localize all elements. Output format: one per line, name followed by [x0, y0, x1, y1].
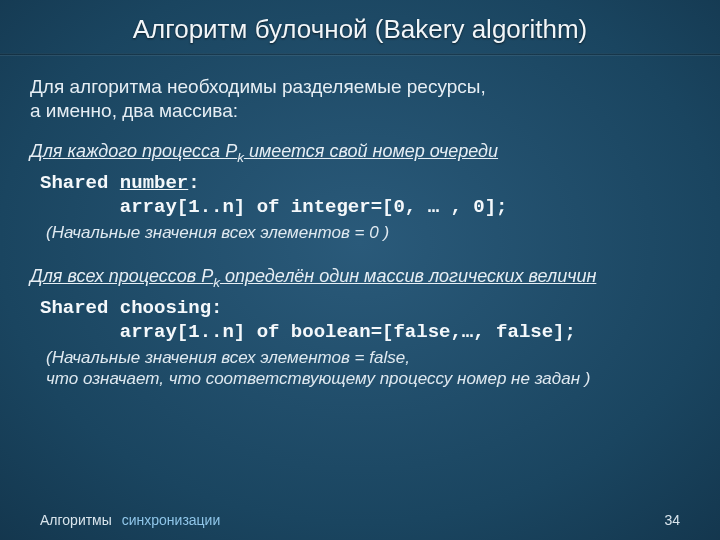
block2-code-line1: Shared choosing: — [40, 297, 222, 319]
footer: Алгоритмы синхронизации 34 — [40, 512, 680, 528]
block1-heading-suffix: имеется свой номер очереди — [244, 141, 498, 161]
block1-code: Shared number: array[1..n] of integer=[0… — [40, 172, 690, 220]
block2-heading-sub: k — [213, 274, 220, 289]
block1-note: (Начальные значения всех элементов = 0 ) — [46, 222, 690, 243]
title-bar: Алгоритм булочной (Bakery algorithm) — [0, 0, 720, 55]
block1-code-line2: array[1..n] of integer=[0, … , 0]; — [40, 196, 507, 218]
footer-left: Алгоритмы синхронизации — [40, 512, 220, 528]
slide-title: Алгоритм булочной (Bakery algorithm) — [40, 14, 680, 45]
block2-heading-prefix: Для всех процессов P — [30, 266, 213, 286]
content-area: Для алгоритма необходимы разделяемые рес… — [0, 55, 720, 389]
code-shared: Shared — [40, 172, 120, 194]
block2-note: (Начальные значения всех элементов = fal… — [46, 347, 690, 390]
block2-code: Shared choosing: array[1..n] of boolean=… — [40, 297, 690, 345]
code-colon: : — [188, 172, 199, 194]
block2-heading: Для всех процессов Pk определён один мас… — [30, 265, 690, 291]
block2-code-line2: array[1..n] of boolean=[false,…, false]; — [40, 321, 576, 343]
footer-left-a: Алгоритмы — [40, 512, 112, 528]
intro-text: Для алгоритма необходимы разделяемые рес… — [30, 75, 690, 124]
block1-heading-prefix: Для каждого процесса P — [30, 141, 237, 161]
block1-heading: Для каждого процесса Pk имеется свой ном… — [30, 140, 690, 166]
code-number: number — [120, 172, 188, 194]
slide: Алгоритм булочной (Bakery algorithm) Для… — [0, 0, 720, 540]
footer-left-b: синхронизации — [122, 512, 221, 528]
block1-heading-sub: k — [237, 149, 244, 164]
page-number: 34 — [664, 512, 680, 528]
block2-heading-suffix: определён один массив логических величин — [220, 266, 596, 286]
